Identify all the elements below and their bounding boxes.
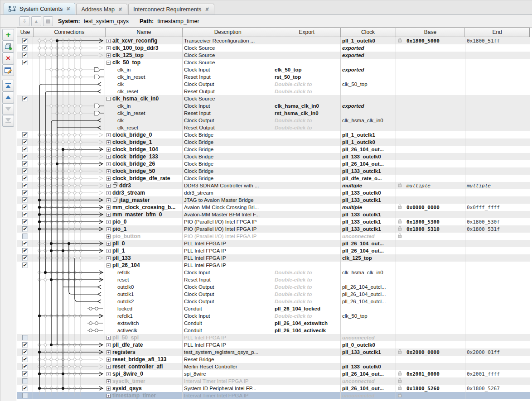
export-cell[interactable] (273, 262, 341, 269)
clock-cell[interactable] (341, 124, 396, 131)
connections-cell[interactable] (33, 138, 105, 146)
connections-cell[interactable] (33, 385, 105, 392)
base-cell[interactable] (396, 73, 465, 81)
base-cell[interactable]: 0x1800_5000 (396, 37, 465, 44)
expand-toggle-icon[interactable]: + (106, 256, 111, 260)
clock-cell[interactable] (341, 356, 396, 363)
base-cell[interactable] (396, 88, 465, 95)
use-checkbox[interactable]: ✔ (22, 53, 28, 58)
filter-button[interactable]: ▩ (43, 16, 53, 26)
table-row[interactable]: ✔+reset_controller_afiMerlin Reset Contr… (17, 363, 530, 370)
table-row[interactable]: +timestamp_timerInterval Timer Intel FPG… (17, 392, 530, 399)
use-checkbox[interactable]: ✔ (22, 139, 28, 145)
connections-cell[interactable] (33, 363, 105, 370)
table-row[interactable]: clk_resetReset OutputDouble-click to (17, 88, 530, 95)
expand-toggle-icon[interactable]: + (106, 350, 111, 354)
clock-cell[interactable]: pll_26_104_outcl... (341, 298, 396, 305)
expand-toggle-icon[interactable]: + (106, 184, 111, 188)
base-cell[interactable] (396, 320, 465, 327)
export-cell[interactable]: rst_hsma_clk_in0 (273, 110, 341, 117)
base-cell[interactable] (396, 392, 465, 399)
table-row[interactable]: ✔+clk_125_topClock Sourceexported (17, 52, 530, 59)
base-cell[interactable] (396, 276, 465, 283)
clock-cell[interactable] (341, 327, 396, 334)
export-cell[interactable]: Double-click to (273, 81, 341, 88)
export-cell[interactable]: Double-click to (273, 283, 341, 291)
use-checkbox[interactable]: ✔ (22, 205, 28, 210)
use-checkbox[interactable]: ✔ (22, 371, 28, 377)
tab-system-contents[interactable]: System Contents✘ (4, 3, 75, 14)
clock-cell[interactable] (341, 95, 396, 102)
base-cell[interactable] (396, 117, 465, 124)
expand-toggle-icon[interactable]: + (106, 379, 111, 383)
export-cell[interactable] (273, 254, 341, 262)
base-cell[interactable] (396, 153, 465, 160)
connections-cell[interactable] (33, 276, 105, 283)
export-cell[interactable]: Double-click to (273, 117, 341, 124)
table-row[interactable]: ✔+clock_bridge_1Clock Bridgepll_1_outclk… (17, 138, 530, 146)
export-cell[interactable] (273, 189, 341, 196)
expand-toggle-icon[interactable]: + (106, 220, 111, 224)
expand-toggle-icon[interactable]: + (106, 394, 111, 398)
connections-cell[interactable] (33, 341, 105, 348)
expand-toggle-icon[interactable]: + (106, 205, 111, 210)
clock-cell[interactable]: pll_1_outclk1 (341, 131, 396, 138)
table-row[interactable]: ✔+sysid_qsysSystem ID Peripheral Intel F… (17, 385, 530, 392)
use-checkbox[interactable]: ✔ (22, 96, 28, 101)
table-row[interactable]: ✔+clock_bridge_50Clock Bridgepll_133_out… (17, 167, 530, 175)
connections-cell[interactable] (33, 269, 105, 276)
export-cell[interactable]: clk_50_top (273, 66, 341, 73)
use-checkbox[interactable]: ✔ (22, 176, 28, 181)
connections-cell[interactable] (33, 348, 105, 356)
clock-cell[interactable]: exported (341, 66, 396, 73)
export-cell[interactable]: Double-click to (273, 124, 341, 131)
close-tab-icon[interactable]: ✘ (66, 6, 70, 12)
export-cell[interactable] (273, 392, 341, 399)
connections-cell[interactable] (33, 240, 105, 247)
table-row[interactable]: outclk1Clock OutputDouble-click topll_26… (17, 291, 530, 298)
table-row[interactable]: ✔+reset_bridge_afi_133Reset Bridge (17, 356, 530, 363)
table-row[interactable]: ✔+clock_bridge_dfe_rateClock Bridgepll_d… (17, 175, 530, 182)
clock-cell[interactable]: pll_133_outclk1 (341, 348, 396, 356)
expand-toggle-icon[interactable]: + (106, 191, 111, 195)
export-cell[interactable]: Double-click to (273, 312, 341, 320)
expand-toggle-icon[interactable]: + (106, 46, 111, 50)
use-checkbox[interactable]: ✔ (22, 349, 28, 355)
export-cell[interactable] (273, 131, 341, 138)
table-row[interactable]: ✔+ddr3DDR3 SDRAM Controller with ...mult… (17, 182, 530, 189)
table-row[interactable]: lockedConduitpll_26_104_locked (17, 305, 530, 312)
table-row[interactable]: ✔+jtag_masterJTAG to Avalon Master Bridg… (17, 196, 530, 204)
use-checkbox[interactable]: ✔ (22, 147, 28, 152)
export-cell[interactable] (273, 37, 341, 44)
edit-parameters-button[interactable] (2, 64, 14, 76)
export-cell[interactable]: Double-click to (273, 291, 341, 298)
use-checkbox[interactable]: ✔ (22, 45, 28, 51)
base-cell[interactable] (396, 44, 465, 52)
clock-cell[interactable] (341, 73, 396, 81)
clock-cell[interactable]: pll_26_104_out... (341, 240, 396, 247)
expand-toggle-icon[interactable]: + (106, 177, 111, 181)
expand-toggle-icon[interactable]: + (106, 358, 111, 362)
export-cell[interactable]: Double-click to (273, 276, 341, 283)
base-cell[interactable] (396, 341, 465, 348)
use-checkbox[interactable]: ✔ (22, 219, 28, 224)
connections-cell[interactable] (33, 218, 105, 225)
expand-toggle-icon[interactable]: + (106, 372, 111, 376)
clock-cell[interactable]: pll_133_outclk1 (341, 196, 396, 204)
clock-cell[interactable]: clk_hsma_clk_in0 (341, 269, 396, 276)
use-checkbox[interactable]: ✔ (22, 342, 28, 348)
table-row[interactable]: ✔+mm_master_bfm_0Avalon-MM Master BFM In… (17, 211, 530, 218)
export-cell[interactable]: clk_hsma_clk_in0 (273, 102, 341, 110)
expand-toggle-icon[interactable]: + (106, 140, 111, 144)
base-cell[interactable] (396, 233, 465, 240)
expand-toggle-icon[interactable]: + (106, 148, 111, 152)
use-checkbox[interactable]: ✔ (22, 263, 28, 268)
move-to-top-button[interactable] (2, 80, 14, 91)
connections-cell[interactable] (33, 146, 105, 153)
use-checkbox[interactable]: ✔ (22, 60, 28, 65)
table-row[interactable]: clk_in_resetReset Inputrst_50_top (17, 73, 530, 81)
clock-cell[interactable]: exported (341, 52, 396, 59)
clock-cell[interactable]: clk_50_top (341, 81, 396, 88)
connections-cell[interactable] (33, 182, 105, 189)
table-row[interactable]: clk_in_resetReset Inputrst_hsma_clk_in0 (17, 110, 530, 117)
